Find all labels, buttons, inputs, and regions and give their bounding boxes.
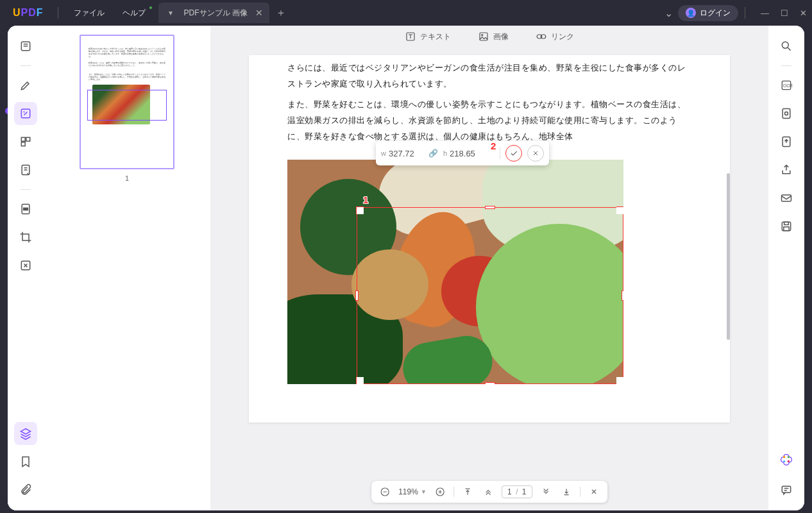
svg-rect-24	[784, 222, 789, 224]
svg-point-11	[482, 35, 483, 36]
separator	[781, 65, 791, 66]
menu-file[interactable]: ファイル	[65, 8, 114, 19]
close-zoom-button[interactable]: ✕	[587, 485, 601, 499]
window-dropdown-icon[interactable]: ⌄	[664, 7, 673, 19]
chevron-down-icon: ▼	[421, 489, 427, 495]
text-mode-tab[interactable]: テキスト	[405, 31, 451, 42]
crop-handle-top[interactable]	[485, 206, 495, 209]
menu-help[interactable]: ヘルプ	[114, 8, 155, 19]
link-mode-tab[interactable]: リンク	[536, 31, 574, 42]
ocr-button[interactable]: OCR	[775, 74, 798, 97]
edit-tool[interactable]	[14, 102, 37, 125]
search-button[interactable]	[775, 35, 798, 58]
svg-point-29	[788, 460, 790, 462]
thumb-selection	[87, 90, 167, 121]
login-button[interactable]: 👤 ログイン	[678, 5, 738, 21]
bookmark-tool[interactable]	[14, 450, 37, 473]
export-button[interactable]	[775, 130, 798, 153]
separator	[21, 65, 31, 66]
height-prefix: h	[443, 149, 447, 157]
document-area: テキスト 画像 リンク さらには、最近ではベジタリアンやビーガンの食生活が注目を…	[210, 26, 768, 510]
close-icon[interactable]: ✕	[255, 8, 263, 18]
crop-handle-tl[interactable]	[356, 206, 364, 214]
height-input[interactable]	[450, 149, 484, 158]
zoom-dropdown[interactable]: 119%▼	[398, 487, 427, 496]
text-mode-label: テキスト	[420, 31, 451, 42]
email-button[interactable]	[775, 187, 798, 210]
zoom-out-button[interactable]	[378, 485, 392, 499]
cancel-button[interactable]	[527, 145, 544, 162]
layers-tool[interactable]	[14, 422, 37, 445]
document-page[interactable]: さらには、最近ではベジタリアンやビーガンの食生活が注目を集め、野菜を主役にした食…	[249, 55, 730, 423]
page-thumbnail[interactable]: 野菜を好きな食べ物として挙げることは、単に健康に良い食品を好むということ以上の意…	[80, 35, 174, 169]
aspect-lock-icon[interactable]: 🔗	[428, 149, 438, 158]
left-toolbar	[8, 26, 44, 510]
thumb-text: 野菜を好きな食べ物として挙げることは、単に健康に良い食品を好むということ以上の意…	[89, 47, 165, 58]
minimize-button[interactable]: —	[761, 8, 769, 18]
crop-tool[interactable]	[14, 226, 37, 249]
width-input[interactable]	[389, 149, 423, 158]
width-prefix: w	[381, 149, 386, 157]
attachment-tool[interactable]	[14, 478, 37, 501]
thumbnail-panel: 野菜を好きな食べ物として挙げることは、単に健康に良い食品を好むということ以上の意…	[44, 26, 210, 510]
svg-point-20	[785, 112, 788, 115]
save-button[interactable]	[775, 215, 798, 238]
compress-tool[interactable]	[14, 254, 37, 277]
add-tab-button[interactable]: ＋	[276, 6, 286, 20]
tab-dropdown-icon[interactable]: ▾	[165, 8, 176, 17]
tab-title: PDFサンプル 画像	[184, 8, 248, 19]
svg-rect-19	[782, 109, 790, 119]
crop-handle-right[interactable]	[622, 290, 623, 301]
crop-handle-bottom[interactable]	[485, 382, 495, 384]
crop-handle-bl[interactable]	[356, 377, 364, 384]
redact-tool[interactable]	[14, 198, 37, 221]
confirm-button[interactable]	[505, 145, 522, 162]
document-tab[interactable]: ▾ PDFサンプル 画像 ✕	[158, 3, 269, 23]
svg-rect-2	[21, 137, 25, 141]
separator	[500, 147, 500, 159]
crop-handle-br[interactable]	[616, 377, 623, 384]
window-controls: — ☐ ✕	[761, 8, 807, 18]
zoom-value: 119%	[398, 487, 418, 496]
next-page-button[interactable]	[539, 485, 553, 499]
svg-point-27	[788, 456, 790, 458]
close-window-button[interactable]: ✕	[800, 8, 807, 18]
page-indicator[interactable]: 1 / 1	[502, 485, 532, 498]
svg-rect-25	[784, 227, 789, 231]
image-icon	[478, 31, 489, 42]
svg-rect-3	[26, 137, 30, 141]
prev-page-button[interactable]	[481, 485, 495, 499]
reader-tool[interactable]	[14, 35, 37, 58]
image-mode-tab[interactable]: 画像	[478, 31, 509, 42]
link-icon	[536, 31, 547, 42]
first-page-button[interactable]	[461, 485, 475, 499]
right-toolbar: OCR	[768, 26, 804, 510]
share-button[interactable]	[775, 158, 798, 181]
svg-point-26	[783, 456, 785, 458]
paragraph: さらには、最近ではベジタリアンやビーガンの食生活が注目を集め、野菜を主役にした食…	[287, 60, 691, 92]
vertical-scrollbar[interactable]	[727, 58, 730, 472]
separator	[453, 487, 454, 497]
annotation-2: 2	[491, 140, 496, 151]
comment-button[interactable]	[775, 478, 798, 501]
zoom-in-button[interactable]	[433, 485, 447, 499]
divider	[745, 7, 745, 19]
organize-tool[interactable]	[14, 130, 37, 153]
protect-button[interactable]	[775, 102, 798, 125]
annotate-tool[interactable]	[14, 74, 37, 97]
scrollbar-thumb[interactable]	[727, 173, 730, 340]
maximize-button[interactable]: ☐	[781, 8, 788, 18]
svg-rect-7	[24, 208, 28, 210]
last-page-button[interactable]	[559, 485, 573, 499]
separator	[580, 487, 580, 497]
document-image[interactable]: 1	[287, 160, 623, 384]
ai-assistant-button[interactable]	[775, 448, 798, 471]
check-icon	[509, 149, 518, 158]
crop-handle-tr[interactable]	[616, 206, 623, 214]
svg-rect-30	[782, 486, 790, 492]
svg-rect-4	[21, 142, 25, 146]
crop-handle-left[interactable]	[355, 290, 359, 301]
form-tool[interactable]	[14, 158, 37, 181]
crop-selection[interactable]	[357, 207, 623, 384]
login-label: ログイン	[700, 8, 731, 19]
